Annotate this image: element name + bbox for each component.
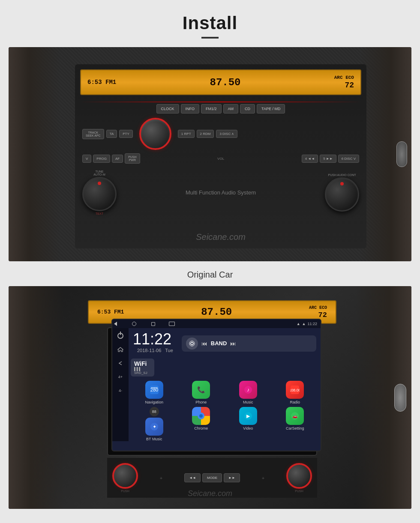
right-knob-area: PUSH AUDIO CONT bbox=[325, 173, 359, 212]
back-sidebar-icon[interactable] bbox=[116, 359, 125, 368]
multi-function-row: TUNEAUTO-M TEXT Multi Function Audio Sys… bbox=[80, 168, 361, 217]
carsetting-app-icon: 🚗 bbox=[286, 407, 304, 425]
control-row: TRACKSEEK APC TA PTY 1 RPT 2 RDM 3 DISC … bbox=[80, 118, 361, 150]
original-car-label: Original Car bbox=[187, 270, 233, 280]
vol-down-icon[interactable]: 4- bbox=[116, 386, 125, 395]
clock-btn[interactable]: CLOCK bbox=[156, 104, 179, 114]
status-time: 11:22 bbox=[307, 322, 317, 326]
cd-btn[interactable]: CD bbox=[240, 104, 255, 114]
left-knob-area: TUNEAUTO-M TEXT bbox=[82, 170, 117, 215]
prog-btn[interactable]: PROG bbox=[93, 155, 110, 163]
vol-up-icon[interactable]: 4+ bbox=[116, 373, 125, 381]
svg-text:▶: ▶ bbox=[246, 413, 250, 418]
seat-right-2 bbox=[356, 286, 411, 509]
lcd2-right: 72 bbox=[318, 311, 327, 319]
main-knob bbox=[139, 118, 171, 150]
push-label: PUSH bbox=[121, 490, 129, 493]
video-app[interactable]: ▶ Video bbox=[226, 407, 270, 441]
btmusic-app-icon: ✦ bbox=[145, 418, 163, 436]
widget-row: WiFi ▌▌▌ SRD_SJ bbox=[129, 359, 321, 379]
wifi-status-icon: ▲ bbox=[302, 322, 306, 326]
prev-btn[interactable]: ⏮ bbox=[201, 340, 207, 347]
head-unit-bezel: ▲ ▲ 11:22 bbox=[107, 327, 317, 456]
disc6-btn[interactable]: 6 DISC V bbox=[338, 155, 359, 163]
page-title: Install bbox=[183, 13, 237, 33]
seat-left-2 bbox=[9, 286, 64, 509]
fm12-btn[interactable]: FM1/2 bbox=[201, 104, 222, 114]
carsetting-app[interactable]: 🚗 CarSetting bbox=[273, 407, 318, 441]
info-btn[interactable]: INFO bbox=[181, 104, 200, 114]
vol-label: VOL bbox=[142, 157, 300, 161]
bottom-left-knob: PUSH bbox=[112, 463, 138, 493]
ta-btn[interactable]: TA bbox=[106, 130, 117, 138]
watermark-2: Seicane.com bbox=[188, 489, 232, 498]
lcd-freq: 87.50 bbox=[210, 77, 240, 88]
red-line bbox=[80, 102, 361, 102]
disc-btn[interactable]: 3 DISC ∧ bbox=[216, 130, 237, 138]
time-band-row: 11:22 2018-11-06 Tue bbox=[129, 328, 321, 359]
text-label: TEXT bbox=[96, 212, 103, 215]
video-label: Video bbox=[243, 426, 253, 430]
phone-app-icon: 📞 bbox=[192, 381, 210, 399]
android-nav-bar: ▲ ▲ 11:22 bbox=[112, 320, 321, 328]
left-big-knob bbox=[82, 177, 117, 211]
home-btn[interactable] bbox=[131, 321, 137, 327]
home-sidebar-icon[interactable] bbox=[116, 345, 125, 354]
wifi-bars: ▌▌▌ bbox=[134, 367, 151, 371]
bottom-btn-2[interactable]: MODE bbox=[202, 473, 222, 482]
head-unit-screen: ▲ ▲ 11:22 bbox=[111, 319, 321, 451]
new-dashboard: 6:53 FM1 87.50 ARC ECO 72 bbox=[69, 293, 356, 500]
btmusic-label: BT Music bbox=[146, 437, 162, 441]
side-knob-right bbox=[286, 463, 312, 489]
push-pwr-btn[interactable]: PUSHPWR bbox=[125, 153, 140, 164]
power-icon[interactable] bbox=[116, 332, 125, 340]
am-btn[interactable]: AM bbox=[223, 104, 239, 114]
rw-btn[interactable]: 4 ◄◄ bbox=[302, 155, 318, 163]
music-app[interactable]: ♪ Music bbox=[226, 381, 270, 404]
row3: V PROG AF PUSHPWR VOL 4 ◄◄ 5 ►► 6 DISC V bbox=[80, 153, 361, 164]
radio-widget: ⏮ BAND ⏭ bbox=[182, 335, 316, 352]
multi-function-text: Multi Function Audio System bbox=[123, 189, 318, 196]
bottom-btn-3[interactable]: ►► bbox=[224, 473, 240, 482]
pty-btn[interactable]: PTY bbox=[119, 130, 133, 138]
dashboard-panel: 6:53 FM1 87.50 ARC ECO 72 CLOCK INFO FM1… bbox=[75, 64, 366, 248]
tape-btn[interactable]: TAPE / MD bbox=[257, 104, 285, 114]
next-btn[interactable]: ⏭ bbox=[230, 340, 236, 347]
back-btn[interactable] bbox=[112, 321, 118, 327]
recent-btn[interactable] bbox=[150, 321, 156, 327]
head-unit-wrapper: ▲ ▲ 11:22 bbox=[107, 327, 317, 456]
svg-text:🚗: 🚗 bbox=[292, 413, 298, 419]
lcd-right: 72 bbox=[345, 81, 354, 90]
rdm-btn[interactable]: 2 RDM bbox=[197, 130, 214, 138]
bottom-right-knob: PUSH bbox=[286, 463, 312, 493]
svg-point-2 bbox=[189, 341, 195, 346]
chrome-app[interactable]: Chrome bbox=[179, 407, 224, 441]
date-display: 2018-11-06 bbox=[137, 348, 161, 353]
btmusic-app[interactable]: 88 ✦ BT Music bbox=[132, 407, 177, 441]
ff-btn[interactable]: 5 ►► bbox=[320, 155, 336, 163]
track-btn[interactable]: TRACKSEEK APC bbox=[82, 129, 104, 139]
seat-right bbox=[360, 47, 411, 261]
navigation-app[interactable]: 280 Navigation bbox=[132, 381, 177, 404]
radio-wave-icon bbox=[186, 338, 198, 350]
wifi-widget: WiFi ▌▌▌ SRD_SJ bbox=[131, 359, 154, 377]
lcd2-eco: ARC ECO bbox=[309, 305, 327, 310]
v-btn[interactable]: V bbox=[82, 155, 91, 163]
chrome-label: Chrome bbox=[194, 426, 208, 430]
svg-point-1 bbox=[191, 342, 193, 345]
bottom-btn-1[interactable]: ◄◄ bbox=[184, 473, 201, 482]
chrome-app-icon bbox=[192, 407, 210, 425]
svg-text:📞: 📞 bbox=[197, 386, 205, 394]
lcd-display: 6:53 FM1 87.50 ARC ECO 72 bbox=[80, 69, 361, 95]
wifi-ssid: SRD_SJ bbox=[134, 371, 151, 375]
svg-marker-0 bbox=[118, 347, 123, 352]
phone-app[interactable]: 📞 Phone bbox=[179, 381, 224, 404]
radio-app[interactable]: 108.00 Radio bbox=[273, 381, 318, 404]
signal-icon: ▲ bbox=[297, 322, 300, 326]
af-btn[interactable]: AF bbox=[112, 155, 123, 163]
main-screen: 11:22 2018-11-06 Tue bbox=[129, 328, 321, 441]
extra-btn[interactable] bbox=[169, 321, 175, 327]
bottom-btns: ◄◄ MODE ►► bbox=[184, 473, 240, 482]
band-text: BAND bbox=[211, 340, 227, 347]
rpt-btn[interactable]: 1 RPT bbox=[178, 130, 195, 138]
